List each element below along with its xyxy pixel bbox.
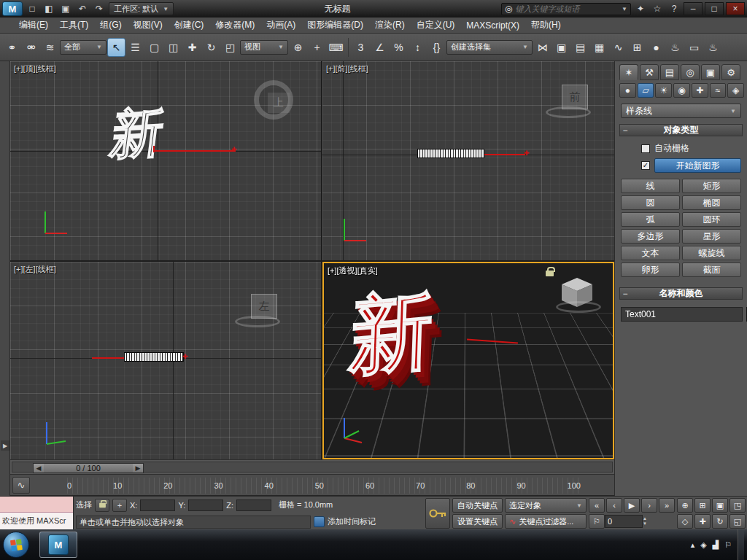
shape-button-circle[interactable]: 圆: [621, 195, 680, 210]
y-coordinate-field[interactable]: [188, 499, 223, 511]
tab-hierarchy[interactable]: ▤: [660, 64, 679, 80]
start-new-shape-checkbox[interactable]: ✓: [641, 161, 650, 170]
shape-button-ellipse[interactable]: 椭圆: [682, 195, 741, 210]
subtab-systems[interactable]: ◈: [727, 83, 744, 98]
align-icon[interactable]: ▣: [552, 38, 570, 57]
viewport-perspective-label[interactable]: [+][透视][真实]: [328, 265, 378, 276]
viewport-front-label[interactable]: [+][前][线框]: [326, 63, 368, 74]
time-slider-forward-arrow[interactable]: ▶: [133, 464, 143, 472]
tab-display[interactable]: ▣: [701, 64, 720, 80]
rendered-frame-window-icon[interactable]: ▭: [685, 38, 703, 57]
set-keys-button[interactable]: [425, 498, 450, 529]
extruded-3d-text[interactable]: 新: [347, 287, 435, 380]
search-input[interactable]: [515, 4, 619, 13]
communication-center-icon[interactable]: ✦: [633, 2, 648, 15]
viewport-left-label[interactable]: [+][左][线框]: [14, 264, 56, 275]
auto-key-button[interactable]: 自动关键点: [452, 498, 503, 513]
viewcube-gizmo[interactable]: 左: [251, 294, 277, 319]
rectangular-selection-region-icon[interactable]: ▢: [145, 38, 163, 57]
tray-expand-icon[interactable]: ▴: [691, 540, 695, 550]
listener-line[interactable]: 欢迎使用 MAXScr: [0, 513, 73, 529]
viewcube-ring[interactable]: [556, 301, 601, 313]
mirror-icon[interactable]: ⋈: [533, 38, 551, 57]
menu-item-group[interactable]: 组(G): [94, 18, 127, 33]
tray-flag-icon[interactable]: ⚐: [724, 540, 732, 550]
snaps-toggle-icon[interactable]: 3: [352, 38, 370, 57]
menu-item-views[interactable]: 视图(V): [128, 18, 169, 33]
chevron-down-icon[interactable]: ▼: [622, 6, 627, 12]
edit-named-selection-sets-icon[interactable]: {}: [427, 38, 446, 57]
tab-motion[interactable]: ◎: [681, 64, 700, 80]
maximize-button[interactable]: □: [705, 2, 724, 15]
menu-item-customize[interactable]: 自定义(U): [411, 18, 461, 33]
material-editor-icon[interactable]: ●: [647, 38, 665, 57]
absolute-mode-transform-icon[interactable]: +: [112, 499, 127, 512]
render-setup-icon[interactable]: ♨: [666, 38, 684, 57]
viewport-top-label[interactable]: [+][顶][线框]: [14, 63, 56, 74]
tab-modify[interactable]: ⚒: [640, 64, 659, 80]
start-button[interactable]: [3, 532, 29, 558]
spinner-snap-icon[interactable]: ↕: [409, 38, 427, 57]
viewport-left[interactable]: [+][左][线框] ✚ 左: [10, 262, 321, 459]
show-desktop-button[interactable]: [738, 529, 744, 560]
schematic-view-icon[interactable]: ⊞: [628, 38, 646, 57]
menu-item-animation[interactable]: 动画(A): [260, 18, 301, 33]
key-mode-toggle-icon[interactable]: ⚐: [589, 514, 605, 529]
go-to-start-icon[interactable]: «: [589, 498, 605, 513]
menu-item-modifiers[interactable]: 修改器(M): [209, 18, 260, 33]
minimize-button[interactable]: –: [684, 2, 703, 15]
field-of-view-icon[interactable]: ◇: [677, 514, 693, 529]
shape-button-text[interactable]: 文本: [621, 246, 680, 260]
shape-button-section[interactable]: 截面: [682, 262, 741, 277]
zoom-all-icon[interactable]: ⊞: [694, 498, 711, 513]
orbit-icon[interactable]: ↻: [712, 514, 728, 529]
maximize-viewport-toggle-icon[interactable]: ◱: [729, 514, 746, 529]
start-new-shape-button[interactable]: 开始新图形: [654, 158, 741, 173]
save-file-icon[interactable]: ▣: [58, 2, 73, 15]
menu-item-create[interactable]: 创建(C): [169, 18, 210, 33]
menu-item-help[interactable]: 帮助(H): [525, 18, 567, 33]
macro-recorder-line[interactable]: [0, 497, 73, 513]
zoom-extents-all-icon[interactable]: ◳: [729, 498, 746, 513]
keyboard-shortcut-override-icon[interactable]: ⌨: [327, 38, 345, 57]
select-and-rotate-icon[interactable]: ↻: [202, 38, 220, 57]
go-to-end-icon[interactable]: »: [659, 498, 675, 513]
subtab-shapes[interactable]: ▱: [638, 83, 654, 98]
taskbar-app-3dsmax[interactable]: M: [39, 532, 77, 558]
render-production-icon[interactable]: ♨: [704, 38, 722, 57]
open-mini-curve-editor-button[interactable]: ∿: [12, 477, 30, 494]
text-shape-edge-view[interactable]: [417, 149, 484, 158]
shape-button-helix[interactable]: 螺旋线: [682, 246, 741, 260]
x-coordinate-field[interactable]: [140, 499, 175, 511]
curve-editor-icon[interactable]: ∿: [609, 38, 627, 57]
undo-icon[interactable]: ↶: [75, 2, 90, 15]
bind-to-space-warp-icon[interactable]: ≋: [41, 38, 59, 57]
key-filters-button[interactable]: ∿ 关键点过滤器...: [505, 514, 587, 529]
viewcube-ring[interactable]: [235, 316, 280, 327]
current-frame-field[interactable]: [605, 515, 643, 528]
shape-button-rectangle[interactable]: 矩形: [682, 179, 741, 193]
object-name-field[interactable]: [621, 307, 743, 322]
angle-snap-icon[interactable]: ∠: [371, 38, 389, 57]
set-key-button[interactable]: 设置关键点: [452, 514, 503, 529]
time-tag-icon[interactable]: [314, 516, 325, 527]
subtab-cameras[interactable]: ◉: [673, 83, 690, 98]
autogrid-checkbox[interactable]: [641, 144, 650, 153]
viewcube-face[interactable]: 上: [268, 93, 290, 113]
menu-item-rendering[interactable]: 渲染(R): [369, 18, 411, 33]
maxscript-mini-listener[interactable]: 欢迎使用 MAXScr: [0, 497, 74, 530]
time-slider-track[interactable]: ◀ 0 / 100 ▶: [12, 462, 613, 472]
window-crossing-icon[interactable]: ◫: [164, 38, 182, 57]
subtab-helpers[interactable]: ✚: [692, 83, 708, 98]
shape-button-egg[interactable]: 卵形: [621, 262, 680, 277]
select-and-manipulate-icon[interactable]: +: [308, 38, 326, 57]
selection-filter-dropdown[interactable]: 全部 ▼: [60, 40, 107, 55]
frame-spinner[interactable]: ▲▼: [643, 516, 647, 526]
subtab-space-warps[interactable]: ≈: [710, 83, 727, 98]
select-and-move-icon[interactable]: ✚: [183, 38, 201, 57]
z-coordinate-field[interactable]: [236, 499, 271, 511]
rollout-name-and-color[interactable]: − 名称和颜色: [619, 287, 743, 300]
close-button[interactable]: ×: [726, 2, 745, 15]
new-scene-icon[interactable]: □: [25, 2, 39, 15]
shape-button-star[interactable]: 星形: [682, 229, 741, 244]
